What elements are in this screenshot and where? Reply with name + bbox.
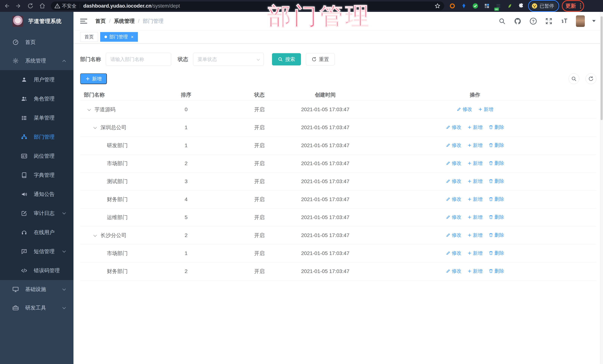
sidebar-item-role-mgmt[interactable]: 角色管理 (0, 89, 73, 108)
extension-green-leaf-icon[interactable] (507, 3, 513, 9)
extension-grid-icon[interactable] (484, 3, 490, 9)
refresh-table-button[interactable] (586, 73, 596, 84)
actions-cell: 修改新增 (354, 100, 596, 118)
sidebar-item-online-users[interactable]: 在线用户 (0, 223, 73, 242)
status-select[interactable] (193, 53, 264, 66)
hamburger-icon[interactable] (80, 19, 87, 23)
add-button[interactable]: 新增 (80, 73, 107, 84)
sidebar-item-audit-log[interactable]: 审计日志 (0, 204, 73, 223)
expand-caret-icon[interactable] (93, 232, 98, 238)
app-logo (12, 16, 23, 27)
sidebar-item-menu-mgmt[interactable]: 菜单管理 (0, 108, 73, 127)
dept-name-input[interactable] (106, 53, 171, 66)
expand-caret-icon[interactable] (86, 107, 92, 112)
browser-forward-icon[interactable] (13, 1, 24, 10)
row-delete-link[interactable]: 删除 (488, 250, 504, 256)
bookmark-star-icon[interactable] (435, 3, 441, 9)
row-delete-link[interactable]: 删除 (488, 214, 504, 220)
page-scrollbar[interactable] (600, 12, 603, 364)
expand-caret-icon[interactable] (93, 125, 98, 130)
row-add-link[interactable]: 新增 (467, 178, 483, 185)
sidebar-item-error-code-mgmt[interactable]: 错误码管理 (0, 261, 73, 280)
row-edit-link[interactable]: 修改 (446, 160, 462, 166)
created-cell: 2021-01-05 17:03:47 (297, 100, 354, 118)
extension-on-icon[interactable]: on (495, 3, 502, 9)
app-logo-row[interactable]: 芋道管理系统 (0, 12, 73, 31)
delete-icon (488, 161, 493, 165)
sidebar-item-post-mgmt[interactable]: 岗位管理 (0, 146, 73, 165)
row-edit-link[interactable]: 修改 (457, 106, 472, 112)
row-add-link[interactable]: 新增 (467, 160, 483, 167)
address-bar[interactable]: 不安全 dashboard.yudao.iocoder.cn/system/de… (51, 1, 444, 10)
add-icon (467, 251, 472, 255)
search-button[interactable]: 搜索 (272, 53, 301, 66)
fullscreen-icon[interactable] (545, 17, 553, 25)
row-delete-link[interactable]: 删除 (488, 142, 504, 148)
row-add-link[interactable]: 新增 (467, 124, 483, 131)
browser-update-area[interactable]: 更新 (563, 1, 584, 11)
row-edit-link[interactable]: 修改 (446, 268, 462, 274)
header-search-icon[interactable] (498, 17, 506, 25)
toggle-search-button[interactable] (568, 73, 579, 84)
tab-dept-mgmt[interactable]: 部门管理 × (100, 32, 138, 42)
row-delete-link[interactable]: 删除 (488, 160, 504, 166)
row-delete-link[interactable]: 删除 (488, 268, 504, 274)
sidebar-item-label: 角色管理 (34, 95, 55, 102)
help-icon[interactable]: ? (529, 17, 537, 25)
actions-cell: 修改新增删除 (354, 244, 596, 262)
browser-reload-icon[interactable] (25, 1, 36, 10)
font-size-icon[interactable] (560, 17, 568, 25)
row-edit-link[interactable]: 修改 (446, 196, 462, 202)
row-delete-link[interactable]: 删除 (488, 196, 504, 202)
row-delete-link[interactable]: 删除 (488, 178, 504, 184)
extension-green-v-icon[interactable] (472, 3, 479, 9)
row-add-link[interactable]: 新增 (467, 196, 483, 203)
row-delete-link[interactable]: 删除 (488, 124, 504, 131)
update-button[interactable]: 更新 (566, 2, 576, 10)
user-avatar[interactable] (576, 15, 585, 27)
sidebar-item-infrastructure[interactable]: 基础设施 (0, 280, 73, 298)
sidebar-item-system-mgmt[interactable]: 系统管理 (0, 52, 73, 70)
sidebar-item-dept-mgmt[interactable]: 部门管理 (0, 127, 73, 146)
browser-menu-icon[interactable] (580, 3, 581, 9)
row-add-link[interactable]: 新增 (467, 268, 483, 275)
row-add-link[interactable]: 新增 (467, 214, 483, 221)
github-icon[interactable] (514, 17, 522, 25)
avatar-caret-icon[interactable] (592, 20, 596, 22)
extensions-puzzle-icon[interactable] (518, 3, 525, 9)
row-edit-link[interactable]: 修改 (446, 142, 462, 148)
reset-button[interactable]: 重置 (306, 53, 335, 66)
breadcrumb-home[interactable]: 首页 (95, 18, 106, 25)
row-add-link[interactable]: 新增 (478, 106, 493, 113)
extension-pin-icon[interactable] (461, 3, 467, 9)
row-add-link[interactable]: 新增 (467, 142, 483, 149)
scrollbar-thumb[interactable] (601, 16, 603, 120)
status-cell: 开启 (222, 262, 297, 280)
sidebar-item-dict-mgmt[interactable]: 字典管理 (0, 165, 73, 185)
tab-home[interactable]: 首页 (80, 32, 98, 42)
row-edit-link[interactable]: 修改 (446, 232, 462, 238)
browser-home-icon[interactable] (37, 1, 47, 10)
row-edit-link[interactable]: 修改 (446, 178, 462, 184)
actions-cell: 修改新增删除 (354, 172, 596, 190)
tab-close-icon[interactable]: × (131, 34, 134, 39)
sidebar-item-dev-tools[interactable]: 研发工具 (0, 298, 73, 317)
sidebar-item-notice[interactable]: 通知公告 (0, 185, 73, 204)
sidebar-item-label: 审计日志 (34, 210, 55, 217)
row-edit-link[interactable]: 修改 (446, 250, 462, 256)
sidebar-item-user-mgmt[interactable]: 用户管理 (0, 70, 73, 89)
row-add-link[interactable]: 新增 (467, 232, 483, 239)
profile-paused-chip[interactable]: 已暂停 (530, 2, 557, 10)
row-edit-link[interactable]: 修改 (446, 124, 462, 131)
dept-name-label: 部门名称 (80, 56, 101, 63)
browser-back-icon[interactable] (1, 1, 12, 10)
breadcrumb-system[interactable]: 系统管理 (114, 18, 135, 25)
row-add-link[interactable]: 新增 (467, 250, 483, 256)
id-card-icon (21, 153, 27, 159)
add-icon (478, 107, 483, 111)
extension-orange-icon[interactable] (449, 3, 456, 9)
sidebar-item-sms-mgmt[interactable]: 短信管理 (0, 242, 73, 261)
row-delete-link[interactable]: 删除 (488, 232, 504, 238)
row-edit-link[interactable]: 修改 (446, 214, 462, 220)
sidebar-item-home[interactable]: 首页 (0, 33, 73, 52)
